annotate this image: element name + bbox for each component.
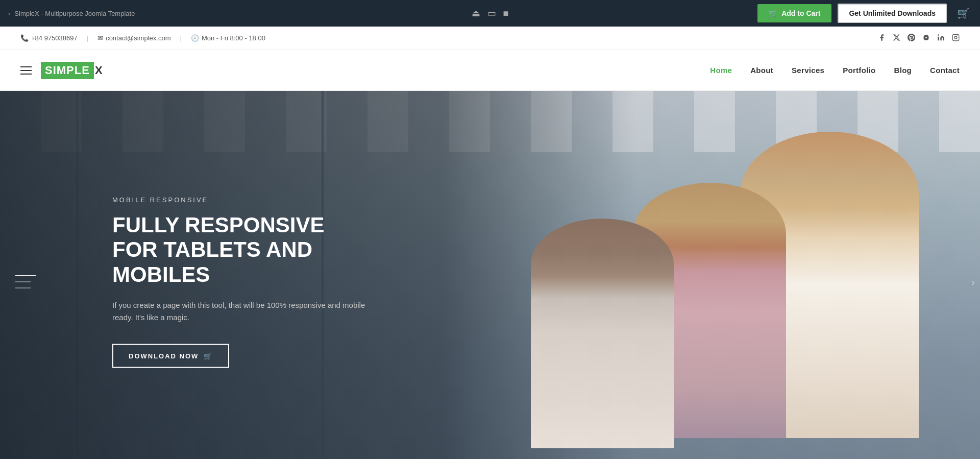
mobile-icon[interactable]: ⏏: [472, 8, 480, 19]
top-bar-right: 🛒 Add to Cart Get Unlimited Downloads 🛒: [757, 4, 970, 23]
nav-item-services[interactable]: Services: [792, 66, 824, 75]
slide-indicator-2[interactable]: [15, 281, 31, 282]
divider1: |: [87, 34, 88, 42]
add-to-cart-button[interactable]: 🛒 Add to Cart: [757, 4, 831, 22]
device-icons: ⏏ ▭ ■: [472, 8, 509, 19]
hero-title: FULLY RESPONSIVE FOR TABLETS AND MOBILES: [112, 213, 368, 287]
nav-item-blog[interactable]: Blog: [894, 66, 912, 75]
nav-item-contact[interactable]: Contact: [930, 66, 960, 75]
hours-info: 🕗 Mon - Fri 8:00 - 18:00: [191, 34, 265, 42]
phone-info: 📞 +84 975038697: [20, 34, 78, 42]
desktop-icon[interactable]: ■: [503, 8, 509, 19]
logo-simple: SIMPLE: [41, 62, 94, 79]
nav-link-services[interactable]: Services: [792, 66, 824, 75]
social-icons: [878, 34, 960, 43]
hamburger-menu[interactable]: [20, 66, 32, 75]
svg-point-0: [938, 34, 939, 36]
logo-x: X: [95, 64, 103, 77]
logo[interactable]: SIMPLE X: [41, 62, 103, 79]
slide-indicator-1[interactable]: [15, 275, 36, 276]
hero-chevron-right[interactable]: ›: [971, 276, 975, 288]
nav-item-home[interactable]: Home: [710, 66, 732, 75]
linkedin-icon[interactable]: [937, 34, 945, 43]
top-bar: ‹ SimpleX - Multipurpose Joomla Template…: [0, 0, 980, 27]
nav-menu: Home About Services Portfolio Blog Conta…: [710, 66, 960, 75]
email-icon: ✉: [97, 34, 103, 42]
cart-btn-icon: 🛒: [769, 9, 777, 17]
nav-item-portfolio[interactable]: Portfolio: [843, 66, 875, 75]
nav-bar: SIMPLE X Home About Services Portfolio B…: [0, 50, 980, 91]
instagram-icon[interactable]: [952, 34, 960, 43]
top-bar-left: ‹ SimpleX - Multipurpose Joomla Template: [8, 10, 135, 17]
page-title: SimpleX - Multipurpose Joomla Template: [14, 10, 135, 17]
hero-section: MOBILE RESPONSIVE FULLY RESPONSIVE FOR T…: [0, 91, 980, 459]
svg-point-3: [957, 35, 958, 36]
nav-link-home[interactable]: Home: [710, 66, 732, 75]
chevron-left-icon[interactable]: ‹: [8, 10, 10, 17]
twitter-x-icon[interactable]: [893, 34, 900, 43]
nav-link-portfolio[interactable]: Portfolio: [843, 66, 875, 75]
clock-icon: 🕗: [191, 34, 199, 42]
slide-indicators: [15, 275, 36, 288]
facebook-icon[interactable]: [878, 34, 886, 43]
cart-icon[interactable]: 🛒: [957, 7, 970, 19]
download-icon: 🛒: [204, 352, 213, 359]
svg-rect-1: [952, 34, 959, 41]
nav-link-contact[interactable]: Contact: [930, 66, 960, 75]
slide-indicator-3[interactable]: [15, 287, 31, 288]
nav-link-about[interactable]: About: [750, 66, 773, 75]
phone-icon: 📞: [20, 34, 29, 42]
divider2: |: [180, 34, 181, 42]
info-bar-left: 📞 +84 975038697 | ✉ contact@simplex.com …: [20, 34, 265, 42]
nav-link-blog[interactable]: Blog: [894, 66, 912, 75]
download-now-button[interactable]: DOWNLOAD NOW 🛒: [112, 344, 229, 368]
email-info: ✉ contact@simplex.com: [97, 34, 170, 42]
svg-point-2: [954, 36, 957, 39]
person-figure-3: [531, 219, 674, 448]
pinterest-icon[interactable]: [908, 34, 915, 43]
hero-description: If you create a page with this tool, tha…: [112, 299, 368, 323]
unlimited-downloads-button[interactable]: Get Unlimited Downloads: [838, 4, 947, 23]
youtube-icon[interactable]: [922, 34, 930, 43]
info-bar: 📞 +84 975038697 | ✉ contact@simplex.com …: [0, 27, 980, 50]
tablet-icon[interactable]: ▭: [487, 8, 496, 19]
hero-content: MOBILE RESPONSIVE FULLY RESPONSIVE FOR T…: [112, 196, 368, 368]
nav-item-about[interactable]: About: [750, 66, 773, 75]
nav-left: SIMPLE X: [20, 62, 103, 79]
hero-subtitle: MOBILE RESPONSIVE: [112, 196, 368, 204]
